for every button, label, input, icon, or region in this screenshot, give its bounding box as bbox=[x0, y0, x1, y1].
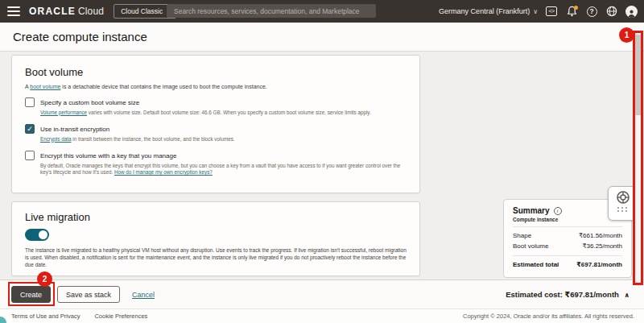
save-as-stack-button[interactable]: Save as stack bbox=[57, 286, 120, 303]
summary-title: Summary bbox=[513, 206, 550, 215]
checkbox-in-transit-encryption[interactable]: ✓ bbox=[25, 124, 35, 134]
boot-volume-link[interactable]: boot volume bbox=[30, 84, 60, 89]
estimated-cost-value: ₹697.81/month bbox=[565, 290, 619, 299]
logo-oracle-text: ORACLE bbox=[29, 6, 76, 17]
summary-shape-value: ₹661.56/month bbox=[579, 230, 622, 241]
summary-row-shape: Shape ₹661.56/month bbox=[513, 230, 622, 241]
region-selector[interactable]: Germany Central (Frankfurt) ∨ bbox=[439, 7, 538, 15]
top-navigation-bar: ORACLECloud Cloud Classic › Germany Cent… bbox=[0, 0, 644, 23]
summary-total-label: Estimated total bbox=[513, 259, 559, 271]
summary-divider bbox=[513, 226, 622, 227]
chevron-down-icon: ∨ bbox=[533, 8, 538, 15]
main-content: Boot volume A boot volume is a detachabl… bbox=[0, 52, 644, 280]
check-icon: ✓ bbox=[27, 126, 33, 133]
info-icon[interactable]: i bbox=[554, 207, 562, 215]
estimated-cost-label: Estimated cost: bbox=[506, 290, 563, 299]
notifications-bell-icon[interactable] bbox=[565, 5, 578, 18]
summary-total-row: Estimated total ₹697.81/month bbox=[513, 259, 622, 271]
option-customer-managed-key-description: By default, Oracle manages the keys that… bbox=[40, 163, 407, 176]
live-migration-section: Live migration The instance is live migr… bbox=[11, 201, 420, 276]
option-customer-managed-key-label: Encrypt this volume with a key that you … bbox=[40, 152, 176, 159]
option-custom-boot-size-description: Volume performance varies with volume si… bbox=[40, 110, 407, 117]
life-ring-icon bbox=[615, 189, 631, 205]
help-icon[interactable]: ? bbox=[585, 5, 598, 18]
checkbox-custom-boot-size[interactable] bbox=[25, 97, 35, 107]
user-avatar[interactable] bbox=[625, 6, 638, 18]
encrypts-data-link[interactable]: Encrypts data bbox=[40, 136, 72, 142]
summary-divider bbox=[513, 255, 622, 256]
page-footer: Terms of Use and Privacy Cookie Preferen… bbox=[0, 309, 644, 323]
terms-of-use-link[interactable]: Terms of Use and Privacy bbox=[11, 313, 80, 320]
live-migration-title: Live migration bbox=[25, 211, 407, 223]
page-title-band: Create compute instance bbox=[0, 23, 644, 52]
developer-console-icon[interactable]: <> bbox=[545, 5, 558, 18]
page-title: Create compute instance bbox=[13, 30, 147, 43]
global-search-input[interactable] bbox=[167, 4, 376, 18]
logo-cloud-text: Cloud bbox=[78, 6, 104, 17]
summary-boot-volume-value: ₹36.25/month bbox=[582, 241, 622, 251]
summary-total-value: ₹697.81/month bbox=[576, 259, 622, 271]
notification-dot bbox=[574, 6, 578, 10]
hamburger-menu-icon[interactable] bbox=[7, 6, 20, 16]
boot-volume-options: Specify a custom boot volume size Volume… bbox=[25, 97, 407, 176]
option-in-transit-encryption: ✓ Use in-transit encryption Encrypts dat… bbox=[25, 124, 407, 143]
option-in-transit-encryption-label: Use in-transit encryption bbox=[40, 126, 109, 133]
toggle-knob bbox=[39, 230, 47, 239]
summary-shape-label: Shape bbox=[513, 230, 531, 241]
annotation-step-1-badge: 1 bbox=[619, 27, 634, 43]
summary-boot-volume-label: Boot volume bbox=[513, 241, 548, 251]
copyright-text: Copyright © 2024, Oracle and/or its affi… bbox=[463, 313, 634, 320]
cloud-classic-label: Cloud Classic bbox=[121, 7, 163, 15]
live-migration-description: The instance is live migrated to a healt… bbox=[25, 246, 407, 268]
summary-row-boot-volume: Boot volume ₹36.25/month bbox=[513, 241, 622, 251]
live-migration-toggle[interactable] bbox=[25, 229, 49, 241]
drag-handle-icon[interactable] bbox=[617, 207, 628, 212]
manage-encryption-keys-link[interactable]: How do I manage my own encryption keys? bbox=[114, 169, 213, 175]
topbar-right-cluster: Germany Central (Frankfurt) ∨ <> ? bbox=[439, 0, 638, 23]
chevron-up-icon: ∧ bbox=[625, 292, 630, 299]
boot-volume-section: Boot volume A boot volume is a detachabl… bbox=[11, 55, 420, 193]
cookie-preferences-link[interactable]: Cookie Preferences bbox=[94, 313, 147, 320]
language-globe-icon[interactable] bbox=[605, 5, 618, 18]
estimated-cost[interactable]: Estimated cost: ₹697.81/month ∧ bbox=[506, 290, 630, 299]
option-in-transit-encryption-description: Encrypts data in transit between the ins… bbox=[40, 136, 407, 143]
option-customer-managed-key: Encrypt this volume with a key that you … bbox=[25, 151, 407, 176]
summary-subtitle: Compute instance bbox=[513, 217, 622, 222]
boot-volume-title: Boot volume bbox=[25, 66, 407, 78]
annotation-step-2-badge: 2 bbox=[37, 271, 52, 287]
option-custom-boot-size-label: Specify a custom boot volume size bbox=[40, 99, 139, 106]
oracle-cloud-logo[interactable]: ORACLECloud bbox=[29, 6, 104, 17]
volume-performance-link[interactable]: Volume performance bbox=[40, 110, 87, 115]
annotation-highlight-scrollbar bbox=[633, 31, 643, 285]
bottom-action-bar: Create Save as stack Cancel Estimated co… bbox=[0, 280, 644, 309]
region-label: Germany Central (Frankfurt) bbox=[439, 7, 530, 15]
checkbox-customer-managed-key[interactable] bbox=[25, 151, 35, 160]
cancel-link[interactable]: Cancel bbox=[132, 291, 155, 299]
boot-volume-intro: A boot volume is a detachable device tha… bbox=[25, 84, 407, 89]
option-custom-boot-size: Specify a custom boot volume size Volume… bbox=[25, 97, 407, 116]
